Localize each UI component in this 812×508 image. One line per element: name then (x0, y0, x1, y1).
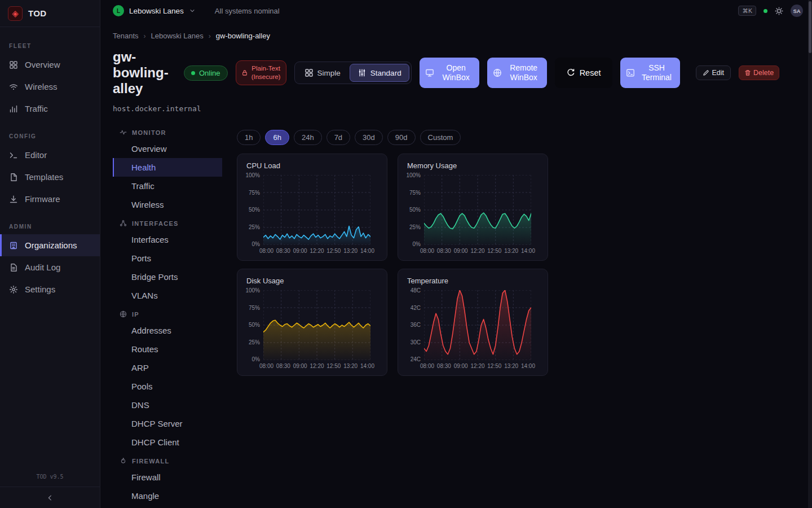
sidebar-item-label: Wireless (25, 82, 58, 91)
sidebar: ◈ TOD FLEETOverviewWirelessTrafficCONFIG… (0, 0, 100, 508)
theme-toggle-sun-icon[interactable] (775, 7, 783, 15)
subnav-item-health[interactable]: Health (113, 158, 222, 177)
sidebar-item-templates[interactable]: Templates (0, 166, 100, 188)
time-range-90d[interactable]: 90d (387, 130, 416, 145)
x-axis: 08:0008:3009:0012:2012:5013:2014:00 (420, 248, 535, 254)
refresh-icon (566, 68, 575, 77)
subnav-item-wireless[interactable]: Wireless (113, 195, 222, 214)
scrollbar[interactable] (808, 0, 812, 508)
main-area: L Lebowski Lanes All systems nominal ⌘K … (100, 0, 812, 508)
time-range-24h[interactable]: 24h (294, 130, 322, 145)
x-axis: 08:0008:3009:0012:2012:5013:2014:00 (259, 248, 374, 254)
activity-icon (120, 129, 127, 136)
y-axis: 48C42C36C30C24C (407, 288, 424, 362)
subnav-item-pools[interactable]: Pools (113, 377, 222, 396)
chart-title: Disk Usage (246, 277, 378, 285)
subnav-item-interfaces[interactable]: Interfaces (113, 230, 222, 249)
subnav-item-firewall[interactable]: Firewall (113, 468, 222, 487)
subnav-item-routes[interactable]: Routes (113, 340, 222, 358)
remote-winbox-button[interactable]: Remote WinBox (487, 58, 547, 88)
sidebar-item-editor[interactable]: Editor (0, 144, 100, 166)
wifi-icon (9, 82, 18, 91)
app-root: ◈ TOD FLEETOverviewWirelessTrafficCONFIG… (0, 0, 812, 508)
subnav-item-dhcp-server[interactable]: DHCP Server (113, 414, 222, 433)
subnav-item-dns[interactable]: DNS (113, 396, 222, 414)
time-range-custom[interactable]: Custom (420, 130, 461, 145)
download-icon (9, 195, 18, 204)
sidebar-item-settings[interactable]: Settings (0, 278, 100, 300)
subnav-item-bridge-ports[interactable]: Bridge Ports (113, 268, 222, 286)
x-axis-label: 08:00 (259, 363, 273, 369)
sidebar-item-firmware[interactable]: Firmware (0, 188, 100, 210)
x-axis-label: 12:50 (487, 363, 501, 369)
nodes-icon (120, 220, 127, 227)
page-header: gw-bowling-alley Online Plain-Text (Inse… (113, 49, 812, 97)
open-winbox-button[interactable]: Open WinBox (420, 58, 479, 88)
remote-winbox-label: Remote WinBox (506, 63, 541, 83)
delete-button[interactable]: Delete (739, 65, 779, 80)
charts-grid: CPU Load100%75%50%25%0%08:0008:3009:0012… (237, 154, 548, 376)
scrollbar-thumb[interactable] (809, 1, 811, 53)
globe-icon (493, 68, 502, 77)
x-axis-label: 14:00 (360, 363, 374, 369)
chart-plot (263, 290, 370, 360)
user-avatar[interactable]: SA (791, 5, 803, 17)
sidebar-item-label: Overview (25, 60, 60, 69)
x-axis-label: 08:00 (420, 248, 434, 254)
view-standard-button[interactable]: Standard (350, 64, 409, 82)
reset-button[interactable]: Reset (555, 58, 612, 88)
command-palette-shortcut[interactable]: ⌘K (738, 6, 756, 16)
x-axis-label: 09:00 (293, 363, 307, 369)
x-axis-label: 12:20 (310, 363, 324, 369)
subnav-item-vlans[interactable]: VLANs (113, 286, 222, 305)
sidebar-item-label: Audit Log (25, 262, 60, 272)
sidebar-item-audit-log[interactable]: Audit Log (0, 256, 100, 278)
chart-title: Memory Usage (407, 161, 539, 170)
monitor-icon (425, 68, 434, 77)
subnav-item-mangle[interactable]: Mangle (113, 487, 222, 505)
x-axis-label: 14:00 (521, 363, 535, 369)
sidebar-nav: FLEETOverviewWirelessTrafficCONFIGEditor… (0, 27, 100, 469)
time-range-7d[interactable]: 7d (326, 130, 350, 145)
breadcrumb-tenants[interactable]: Tenants (113, 32, 139, 40)
system-status: All systems nominal (215, 7, 280, 15)
breadcrumb-separator: › (209, 32, 211, 40)
y-axis-label: 0% (413, 242, 421, 247)
tenant-switcher[interactable]: L Lebowski Lanes (113, 5, 196, 16)
x-axis-label: 08:00 (259, 248, 273, 254)
x-axis-label: 14:00 (360, 248, 374, 254)
y-axis-label: 30C (411, 340, 421, 345)
breadcrumb: Tenants › Lebowski Lanes › gw-bowling-al… (113, 32, 812, 40)
subnav-item-dhcp-client[interactable]: DHCP Client (113, 433, 222, 452)
view-simple-button[interactable]: Simple (297, 64, 348, 82)
subnav-section-ip: IP (113, 305, 222, 321)
subnav-item-ports[interactable]: Ports (113, 249, 222, 268)
subnav-item-arp[interactable]: ARP (113, 358, 222, 377)
y-axis: 100%75%50%25%0% (246, 173, 263, 247)
terminal-icon (9, 151, 18, 160)
ssh-terminal-button[interactable]: SSH Terminal (620, 58, 680, 88)
subnav-item-addresses[interactable]: Addresses (113, 321, 222, 340)
subnav-item-traffic[interactable]: Traffic (113, 177, 222, 195)
x-axis-label: 13:20 (343, 363, 358, 369)
sidebar-section-config: CONFIG (9, 133, 91, 139)
sidebar-collapse-button[interactable] (0, 487, 100, 508)
sidebar-item-organizations[interactable]: Organizations (0, 234, 100, 256)
y-axis: 100%75%50%25%0% (407, 173, 424, 247)
breadcrumb-tenant[interactable]: Lebowski Lanes (151, 32, 204, 40)
edit-button[interactable]: Edit (696, 65, 731, 80)
subnav-item-overview[interactable]: Overview (113, 139, 222, 158)
x-axis-label: 08:30 (437, 248, 451, 254)
x-axis-label: 09:00 (454, 363, 468, 369)
chart-card-disk-usage: Disk Usage100%75%50%25%0%08:0008:3009:00… (237, 269, 387, 376)
sidebar-item-overview[interactable]: Overview (0, 54, 100, 76)
sidebar-item-wireless[interactable]: Wireless (0, 76, 100, 98)
time-range-6h[interactable]: 6h (265, 130, 289, 145)
y-axis-label: 42C (411, 305, 421, 311)
delete-label: Delete (753, 69, 774, 77)
sidebar-item-traffic[interactable]: Traffic (0, 98, 100, 120)
time-range-30d[interactable]: 30d (355, 130, 383, 145)
time-range-1h[interactable]: 1h (237, 130, 261, 145)
sidebar-item-label: Organizations (25, 240, 77, 250)
subnav-section-label: MONITOR (132, 129, 166, 136)
